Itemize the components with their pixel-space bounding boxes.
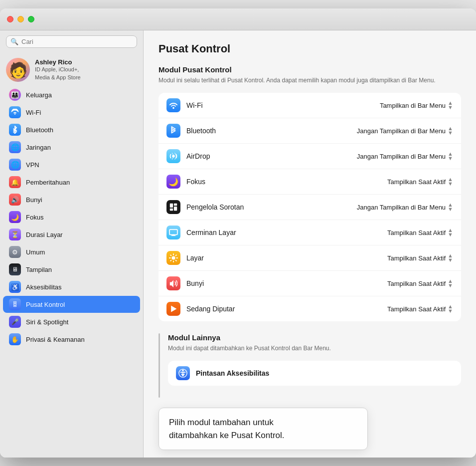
family-avatar: 👨‍👩‍👧	[9, 89, 21, 101]
sidebar-item-sound[interactable]: 🔊 Bunyi	[3, 191, 140, 208]
appearance-icon: 🖥	[9, 263, 21, 275]
airdrop-dropdown[interactable]: Jangan Tampilkan di Bar Menu ▲ ▼	[357, 152, 453, 161]
vpn-icon: 🌐	[9, 159, 21, 171]
sidebar-item-appearance[interactable]: 🖥 Tampilan	[3, 261, 140, 278]
sidebar-item-wifi[interactable]: Wi-Fi	[3, 104, 140, 121]
module-row-bluetooth: Bluetooth Jangan Tampilkan di Bar Menu ▲…	[159, 118, 461, 144]
tooltip-box: Pilih modul tambahan untukditambahkan ke…	[159, 408, 368, 450]
wifi-status: Tampilkan di Bar Menu	[380, 102, 446, 109]
focus-dropdown[interactable]: Tampilkan Saat Aktif ▲ ▼	[387, 177, 453, 186]
privacy-icon: ✋	[9, 333, 21, 345]
mirror-module-icon	[166, 226, 180, 239]
stage-status: Jangan Tampilkan di Bar Menu	[357, 204, 446, 211]
bluetooth-status: Jangan Tampilkan di Bar Menu	[357, 127, 446, 135]
family-avatar-icon: 👨‍👩‍👧	[11, 91, 19, 99]
sidebar-label-notifications: Pemberitahuan	[26, 179, 70, 186]
sidebar-item-family[interactable]: 👨‍👩‍👧 Keluarga	[3, 86, 140, 103]
mirror-status: Tampilkan Saat Aktif	[387, 229, 446, 236]
search-input[interactable]	[21, 38, 133, 45]
sidebar-item-privacy[interactable]: ✋ Privasi & Keamanan	[3, 331, 140, 348]
close-button[interactable]	[7, 16, 13, 22]
module-row-nowplaying: Sedang Diputar Tampilkan Saat Aktif ▲ ▼	[159, 296, 461, 321]
sidebar-label-siri-spotlight: Siri & Spotlight	[26, 318, 68, 326]
sidebar-item-accessibility[interactable]: ♿ Aksesibilitas	[3, 278, 140, 295]
sidebar-label-focus: Fokus	[26, 214, 43, 221]
control-center-sidebar-icon: 🎛	[9, 298, 21, 310]
sidebar-label-control-center: Pusat Kontrol	[26, 301, 65, 308]
sidebar-label-bluetooth: Bluetooth	[26, 126, 53, 134]
sidebar-label-accessibility: Aksesibilitas	[26, 283, 62, 291]
user-profile[interactable]: 🧑 Ashley Rico ID Apple, iCloud+,Media & …	[0, 53, 143, 86]
search-bar: 🔍	[0, 30, 143, 53]
wifi-dropdown[interactable]: Tampilkan di Bar Menu ▲ ▼	[380, 101, 453, 110]
module-row-accessibility-shortcuts: Pintasan Aksesibilitas	[168, 361, 461, 386]
nowplaying-status: Tampilkan Saat Aktif	[387, 305, 446, 313]
avatar: 🧑	[6, 58, 30, 82]
modules-section-title: Modul Pusat Kontrol	[159, 65, 461, 74]
stage-module-icon	[166, 200, 180, 214]
title-bar	[0, 8, 476, 30]
display-arrows: ▲ ▼	[448, 253, 453, 262]
search-wrapper[interactable]: 🔍	[6, 35, 137, 48]
module-row-display: Layar Tampilkan Saat Aktif ▲ ▼	[159, 245, 461, 271]
sidebar-label-general: Umum	[26, 248, 45, 256]
airdrop-status: Jangan Tampilkan di Bar Menu	[357, 153, 446, 160]
sidebar-item-notifications[interactable]: 🔔 Pemberitahuan	[3, 174, 140, 191]
sidebar-label-vpn: VPN	[26, 161, 39, 169]
svg-rect-5	[170, 209, 173, 211]
sidebar-item-network[interactable]: 🌐 Jaringan	[3, 139, 140, 156]
focus-sidebar-icon: 🌙	[9, 211, 21, 223]
sidebar-label-network: Jaringan	[26, 144, 51, 151]
nowplaying-dropdown[interactable]: Tampilkan Saat Aktif ▲ ▼	[387, 304, 453, 313]
sidebar-label-privacy: Privasi & Keamanan	[26, 336, 85, 343]
tooltip-text: Pilih modul tambahan untukditambahkan ke…	[169, 418, 285, 440]
svg-marker-8	[171, 306, 176, 312]
other-modules-list: Pintasan Aksesibilitas	[168, 361, 461, 386]
sound-module-icon	[166, 276, 180, 290]
mirror-module-name: Cerminan Layar	[186, 229, 381, 236]
nowplaying-module-icon	[166, 302, 180, 316]
sound-dropdown[interactable]: Tampilkan Saat Aktif ▲ ▼	[387, 279, 453, 288]
bluetooth-dropdown[interactable]: Jangan Tampilkan di Bar Menu ▲ ▼	[357, 126, 453, 135]
sidebar-item-screen-time[interactable]: ⏳ Durasi Layar	[3, 226, 140, 243]
bluetooth-arrows: ▲ ▼	[448, 126, 453, 135]
mirror-arrows: ▲ ▼	[448, 228, 453, 237]
sidebar-item-bluetooth[interactable]: Bluetooth	[3, 121, 140, 138]
stage-dropdown[interactable]: Jangan Tampilkan di Bar Menu ▲ ▼	[357, 203, 453, 212]
airdrop-arrows: ▲ ▼	[448, 152, 453, 161]
sidebar-label-appearance: Tampilan	[26, 266, 52, 273]
maximize-button[interactable]	[28, 16, 34, 22]
other-section-desc: Modul ini dapat ditambahkan ke Pusat Kon…	[168, 344, 461, 353]
sidebar-item-control-center[interactable]: 🎛 Pusat Kontrol	[3, 296, 140, 313]
other-section-title: Modul Lainnya	[168, 333, 461, 342]
modules-list: Wi-Fi Tampilkan di Bar Menu ▲ ▼	[159, 93, 461, 321]
wifi-module-icon	[166, 98, 180, 112]
minimize-button[interactable]	[17, 16, 24, 22]
sidebar-item-siri-spotlight[interactable]: 🎤 Siri & Spotlight	[3, 313, 140, 330]
window-content: 🔍 🧑 Ashley Rico ID Apple, iCloud+,Media …	[0, 30, 476, 458]
main-window: 🔍 🧑 Ashley Rico ID Apple, iCloud+,Media …	[0, 8, 476, 458]
page-title: Pusat Kontrol	[159, 42, 461, 55]
network-icon: 🌐	[9, 141, 21, 153]
accessibility-shortcuts-icon	[176, 366, 190, 380]
bluetooth-icon	[9, 124, 21, 136]
modules-section-desc: Modul ini selalu terlihat di Pusat Kontr…	[159, 76, 461, 85]
module-row-airdrop: AirDrop Jangan Tampilkan di Bar Menu ▲ ▼	[159, 144, 461, 169]
accessibility-sidebar-icon: ♿	[9, 281, 21, 293]
airdrop-module-name: AirDrop	[186, 152, 351, 160]
sidebar-item-vpn[interactable]: 🌐 VPN	[3, 156, 140, 173]
sidebar: 🔍 🧑 Ashley Rico ID Apple, iCloud+,Media …	[0, 30, 144, 458]
sidebar-label-screen-time: Durasi Layar	[26, 231, 63, 238]
airdrop-module-icon	[166, 149, 180, 163]
user-info: Ashley Rico ID Apple, iCloud+,Media & Ap…	[35, 58, 81, 81]
wifi-arrows: ▲ ▼	[448, 101, 453, 110]
svg-point-9	[182, 370, 184, 372]
display-dropdown[interactable]: Tampilkan Saat Aktif ▲ ▼	[387, 253, 453, 262]
accessibility-shortcuts-name: Pintasan Aksesibilitas	[196, 369, 453, 377]
display-status: Tampilkan Saat Aktif	[387, 254, 446, 262]
stage-arrows: ▲ ▼	[448, 203, 453, 212]
main-content: Pusat Kontrol Modul Pusat Kontrol Modul …	[144, 30, 476, 458]
mirror-dropdown[interactable]: Tampilkan Saat Aktif ▲ ▼	[387, 228, 453, 237]
sidebar-item-general[interactable]: ⚙ Umum	[3, 243, 140, 260]
sidebar-item-focus[interactable]: 🌙 Fokus	[3, 209, 140, 226]
